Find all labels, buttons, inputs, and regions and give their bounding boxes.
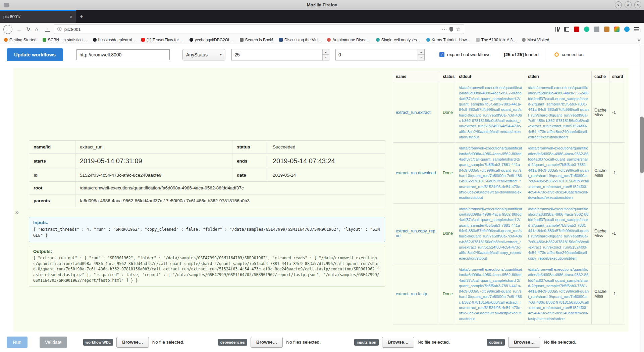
bookmark-favicon	[476, 38, 480, 42]
offset-spinner[interactable]: ▲ ▼	[418, 49, 424, 60]
offset-stepper[interactable]: ▲ ▼	[335, 49, 425, 60]
close-button-icon[interactable]: ×	[634, 1, 641, 8]
call-name-link[interactable]: extract_run.copy_report	[393, 203, 440, 264]
outputs-panel: Outputs: { "extract_run.out" : { "run" :…	[29, 246, 385, 287]
details-row: parents fa6d098a-4986-4aca-9562-86fdd4ad…	[29, 194, 385, 207]
pocket-shield-icon[interactable]	[449, 27, 453, 32]
validate-button[interactable]: Validate	[40, 337, 67, 348]
bookmark-star-icon[interactable]: ☆	[456, 26, 460, 32]
status-filter-select[interactable]: AnyStatus ▾	[182, 49, 225, 60]
call-stdout-link[interactable]: /data/cromwell-executions/quantification…	[456, 82, 525, 143]
call-stdout-link[interactable]: /data/cromwell-executions/quantification…	[456, 143, 525, 203]
tab-close-icon[interactable]: ×	[70, 14, 72, 19]
call-stdout-link[interactable]: /data/cromwell-executions/quantification…	[456, 203, 525, 264]
starts-link[interactable]: 2019-05-14 07:31:09	[75, 153, 232, 169]
call-stderr-link[interactable]: /data/cromwell-executions/quantification…	[525, 264, 592, 324]
spin-up-icon[interactable]: ▲	[323, 49, 329, 55]
minimize-button-icon[interactable]: ∨	[615, 1, 622, 8]
bookmark-item[interactable]: yechengxi/DBG2OL...	[190, 38, 234, 42]
bookmark-item[interactable]: The €100 lab: A 3...	[476, 38, 516, 42]
maximize-button-icon[interactable]: ∧	[625, 1, 632, 8]
url-text: pic:8001	[64, 27, 81, 32]
back-icon[interactable]: ←	[3, 25, 12, 34]
offset-input[interactable]	[335, 49, 425, 60]
forward-icon[interactable]: →	[16, 27, 21, 32]
spin-down-icon[interactable]: ▼	[323, 55, 329, 60]
bookmark-item[interactable]: Search is Back!	[240, 38, 273, 42]
blue-extension-icon[interactable]	[624, 27, 630, 32]
inputs-json: { "extract_threads" : 4, "run" : "SRR901…	[33, 226, 381, 238]
bookmark-item[interactable]: SCBN – a statistical...	[43, 38, 87, 42]
reload-icon[interactable]: ↻	[26, 26, 31, 32]
bookmark-item[interactable]: Getting Started	[4, 38, 37, 42]
page-actions-icon[interactable]: ⋯	[442, 26, 447, 32]
page-scrollbar[interactable]	[639, 44, 644, 352]
call-name-link[interactable]: extract_run.download	[393, 143, 440, 203]
call-stderr-link[interactable]: /data/cromwell-executions/quantification…	[525, 82, 592, 143]
root-path-link[interactable]: /data/cromwell-executions/quantification…	[75, 182, 385, 194]
bookmarks-overflow-icon[interactable]: »	[638, 37, 640, 42]
options-badge: options	[487, 339, 505, 346]
site-info-icon[interactable]: ⓘ	[57, 26, 62, 32]
workflow-wdl-badge: workflow WDL	[83, 339, 113, 346]
call-shard: -1	[609, 82, 625, 143]
call-name-link[interactable]: extract_run.extract	[393, 82, 440, 143]
update-workflows-button[interactable]: Update workflows	[7, 48, 63, 61]
bookmark-item[interactable]: hussius/deeplearni...	[93, 38, 135, 42]
bookmark-item[interactable]: Discussing the Virt...	[279, 38, 321, 42]
library-icon[interactable]	[555, 27, 559, 32]
menu-icon[interactable]	[634, 27, 639, 31]
url-bar[interactable]: ⓘ pic:8001 ⋯ ☆	[54, 25, 464, 34]
call-stderr-link[interactable]: /data/cromwell-executions/quantification…	[525, 143, 592, 203]
call-row: extract_run.copy_report Done /data/cromw…	[393, 203, 625, 264]
workflow-date: 2019-05-14	[268, 169, 385, 182]
inputs-json-browse-button[interactable]: Browse…	[382, 337, 414, 348]
limit-spinner[interactable]: ▲ ▼	[322, 49, 329, 60]
options-browse-button[interactable]: Browse…	[508, 337, 540, 348]
tab-active[interactable]: pic:8001/ ×	[0, 10, 76, 23]
bookmark-label: Search is Back!	[245, 38, 273, 42]
adblock-extension-icon[interactable]	[574, 27, 579, 32]
dependencies-browse-button[interactable]: Browse…	[251, 337, 283, 348]
workflow-wdl-browse-button[interactable]: Browse…	[116, 337, 149, 348]
spin-down-icon[interactable]: ▼	[418, 55, 424, 60]
limit-stepper[interactable]: ▲ ▼	[231, 49, 329, 60]
sidebar-icon[interactable]	[564, 27, 569, 32]
bookmark-favicon	[327, 38, 331, 42]
spin-up-icon[interactable]: ▲	[418, 49, 424, 55]
bookmark-item[interactable]: Autoimmune Disea...	[327, 38, 370, 42]
call-stdout-link[interactable]: /data/cromwell-executions/quantification…	[456, 264, 525, 324]
status-badge: Succeeded	[268, 141, 385, 153]
bookmark-label: Keras Tutorial: How...	[432, 38, 470, 42]
run-button[interactable]: Run	[7, 337, 28, 348]
server-url-input[interactable]	[76, 49, 170, 60]
ends-link[interactable]: 2019-05-14 07:43:24	[268, 153, 385, 169]
new-tab-button[interactable]: +	[80, 10, 84, 23]
details-row: id 51524f03-4c54-473c-af9c-8ce240aacfe9 …	[29, 169, 385, 182]
outputs-json: { "extract_run.out" : { "run" : "SRR9019…	[33, 255, 381, 283]
home-icon[interactable]: ⌂	[35, 27, 38, 32]
limit-input[interactable]	[231, 49, 329, 60]
expand-subworkflows-checkbox[interactable]: ✓	[439, 52, 444, 57]
call-stderr-link[interactable]: /data/cromwell-executions/quantification…	[525, 203, 592, 264]
bookmark-item[interactable]: Most Visited	[522, 38, 549, 42]
multicolor-extension-icon[interactable]	[614, 27, 620, 32]
amber-extension-icon[interactable]	[604, 27, 609, 32]
bookmark-item[interactable]: Single-cell analyses...	[376, 38, 420, 42]
root-label: root	[29, 182, 75, 194]
bookmark-favicon	[141, 38, 145, 42]
col-cache: cache	[592, 71, 609, 82]
bookmark-item[interactable]: (1) TensorFlow for ...	[141, 38, 183, 42]
call-cache: Cache Miss	[592, 143, 609, 203]
copy-extension-icon[interactable]	[594, 27, 599, 32]
sidebar-expander-icon[interactable]: »	[15, 209, 18, 216]
call-name-link[interactable]: extract_run.fastp	[393, 264, 440, 324]
connection-status-icon	[554, 52, 559, 57]
expand-subworkflows-group[interactable]: ✓ expand subworkflows	[439, 52, 490, 57]
status-label: status	[232, 141, 268, 153]
scrollbar-thumb[interactable]	[640, 117, 644, 173]
grammarly-extension-icon[interactable]	[584, 27, 589, 32]
details-row: root /data/cromwell-executions/quantific…	[29, 182, 385, 194]
bookmark-item[interactable]: Keras Tutorial: How...	[426, 38, 470, 42]
save-to-library-icon[interactable]: ↓	[45, 27, 50, 32]
